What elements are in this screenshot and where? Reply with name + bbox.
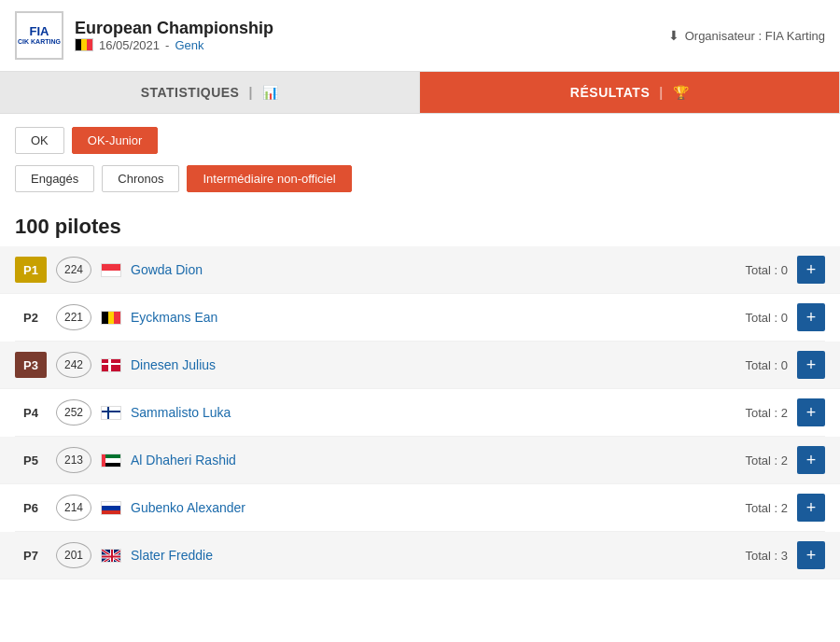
bib-number: 214 xyxy=(56,495,91,521)
table-row: P2 221 Eyckmans Ean Total : 0 + xyxy=(15,294,825,342)
organizer-label: Organisateur : FIA Karting xyxy=(685,29,825,43)
expand-button[interactable]: + xyxy=(797,303,825,331)
position-badge: P6 xyxy=(15,495,47,521)
chart-icon: 📊 xyxy=(262,85,279,100)
total-label: Total : 2 xyxy=(745,454,788,468)
tab-statistiques[interactable]: STATISTIQUES | 📊 xyxy=(0,72,420,113)
flag-be-icon xyxy=(75,38,93,53)
flag-ae-icon xyxy=(101,454,121,468)
position-badge: P7 xyxy=(15,542,47,568)
tab-results-divider: | xyxy=(659,85,663,100)
dash: - xyxy=(165,38,169,52)
expand-button[interactable]: + xyxy=(797,256,825,284)
total-label: Total : 0 xyxy=(745,263,788,277)
fia-text: FIA xyxy=(30,25,49,38)
karting-text: CIK KARTING xyxy=(18,38,61,46)
table-row: P3 242 Dinesen Julius Total : 0 + xyxy=(0,342,840,389)
flag-fi-icon xyxy=(101,406,121,420)
table-row: P6 214 Gubenko Alexander Total : 2 + xyxy=(15,484,825,532)
expand-button[interactable]: + xyxy=(797,398,825,426)
position-badge: P1 xyxy=(15,257,47,283)
position-badge: P4 xyxy=(15,399,47,426)
filter-row-1: OK OK-Junior xyxy=(0,114,840,161)
table-row: P7 201 Slater Freddie Total : 3 + xyxy=(0,532,840,579)
filter-chronos-btn[interactable]: Chronos xyxy=(102,165,179,192)
header-right: ⬇ Organisateur : FIA Karting xyxy=(668,28,825,43)
driver-name[interactable]: Eyckmans Ean xyxy=(131,310,735,325)
header-left: FIA CIK KARTING European Championship 16… xyxy=(15,11,273,60)
filter-row-2: Engagés Chronos Intermédiaire non-offici… xyxy=(0,161,840,205)
event-location[interactable]: Genk xyxy=(175,38,203,52)
total-label: Total : 0 xyxy=(745,311,788,325)
expand-button[interactable]: + xyxy=(797,351,825,379)
bib-number: 224 xyxy=(56,257,91,283)
flag-gb-icon xyxy=(101,549,121,563)
expand-button[interactable]: + xyxy=(797,494,825,522)
total-label: Total : 3 xyxy=(745,549,788,563)
table-row: P4 252 Sammalisto Luka Total : 2 + xyxy=(15,389,825,437)
flag-sg-icon xyxy=(101,263,121,277)
total-label: Total : 2 xyxy=(745,501,788,515)
tab-stats-divider: | xyxy=(248,85,252,100)
bib-number: 252 xyxy=(56,399,91,426)
podium-icon: 🏆 xyxy=(673,85,690,100)
nav-tabs: STATISTIQUES | 📊 RÉSULTATS | 🏆 xyxy=(0,72,840,114)
event-title: European Championship xyxy=(75,19,273,38)
filter-intermediaire-btn[interactable]: Intermédiaire non-officiel xyxy=(187,165,351,192)
results-list: P1 224 Gowda Dion Total : 0 + P2 221 Eyc… xyxy=(0,246,840,579)
driver-name[interactable]: Gowda Dion xyxy=(131,262,735,277)
driver-name[interactable]: Slater Freddie xyxy=(131,548,735,563)
tab-resultats[interactable]: RÉSULTATS | 🏆 xyxy=(420,72,840,113)
bib-number: 242 xyxy=(56,352,91,378)
expand-button[interactable]: + xyxy=(797,446,825,474)
event-subtitle: 16/05/2021 - Genk xyxy=(75,38,273,53)
position-badge: P5 xyxy=(15,447,47,473)
header-title: European Championship 16/05/2021 - Genk xyxy=(75,19,273,53)
header: FIA CIK KARTING European Championship 16… xyxy=(0,0,840,72)
driver-name[interactable]: Gubenko Alexander xyxy=(131,500,735,515)
download-icon: ⬇ xyxy=(668,28,679,43)
driver-name[interactable]: Sammalisto Luka xyxy=(131,405,735,420)
total-label: Total : 0 xyxy=(745,358,788,372)
filter-ok-btn[interactable]: OK xyxy=(15,127,64,154)
expand-button[interactable]: + xyxy=(797,541,825,569)
flag-be-icon xyxy=(101,311,121,325)
tab-stats-label: STATISTIQUES xyxy=(141,85,240,100)
filter-okjunior-btn[interactable]: OK-Junior xyxy=(72,127,159,154)
svg-rect-8 xyxy=(102,555,121,557)
filter-engages-btn[interactable]: Engagés xyxy=(15,165,94,192)
total-label: Total : 2 xyxy=(745,406,788,420)
tab-results-label: RÉSULTATS xyxy=(570,85,650,100)
flag-dk-icon xyxy=(101,358,121,372)
belgium-flag xyxy=(75,38,93,51)
driver-name[interactable]: Al Dhaheri Rashid xyxy=(131,453,735,468)
fia-logo: FIA CIK KARTING xyxy=(15,11,63,60)
flag-ru-icon xyxy=(101,501,121,515)
section-title: 100 pilotes xyxy=(0,205,840,246)
table-row: P5 213 Al Dhaheri Rashid Total : 2 + xyxy=(0,437,840,484)
bib-number: 221 xyxy=(56,304,91,330)
position-badge: P2 xyxy=(15,304,47,330)
table-row: P1 224 Gowda Dion Total : 0 + xyxy=(0,246,840,294)
event-date: 16/05/2021 xyxy=(99,38,160,52)
driver-name[interactable]: Dinesen Julius xyxy=(131,357,735,372)
bib-number: 213 xyxy=(56,447,91,473)
bib-number: 201 xyxy=(56,542,91,568)
position-badge: P3 xyxy=(15,352,47,378)
